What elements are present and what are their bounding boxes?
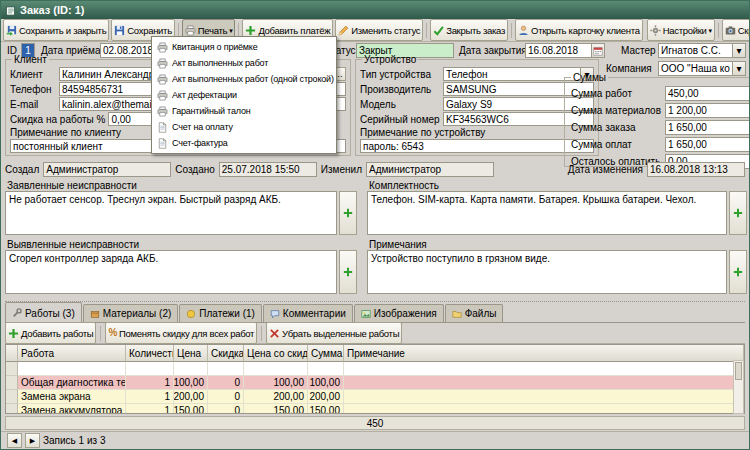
tab-payments[interactable]: Платежи (1) (179, 304, 262, 322)
cell-work[interactable]: Общая диагностика телефона (18, 376, 126, 390)
column-header-sum[interactable]: Сумма (308, 345, 344, 362)
form-area: ID Дата приёма Статус Дата закрытия Маст… (1, 42, 749, 432)
cell-price-disc[interactable]: 100,00 (244, 376, 308, 390)
cell-work[interactable]: Замена аккумулятора (18, 404, 126, 414)
cell-qty[interactable]: 1 (126, 390, 174, 404)
device-model-label: Модель (360, 99, 440, 110)
add-note-button[interactable] (729, 250, 747, 294)
filter-cell[interactable] (208, 362, 244, 376)
cell-price[interactable]: 100,00 (174, 376, 208, 390)
filter-cell[interactable] (308, 362, 344, 376)
grid-vscrollbar[interactable] (733, 360, 744, 414)
open-client-card-button[interactable]: Открыть карточку клиента (515, 19, 643, 41)
cell-price[interactable]: 150,00 (174, 404, 208, 414)
change-status-button[interactable]: Изменить статус (335, 19, 423, 41)
cell-discount[interactable]: 0 (208, 404, 244, 414)
tab-images[interactable]: Изображения (354, 304, 444, 322)
completeness-text[interactable]: Телефон. SIM-карта. Карта памяти. Батаре… (367, 191, 727, 235)
add-works-button[interactable]: Добавить работы (5, 322, 96, 344)
cell-discount[interactable]: 0 (208, 390, 244, 404)
folder-icon (452, 309, 462, 319)
column-header-price[interactable]: Цена (174, 345, 208, 362)
settings-label: Настройки (663, 25, 707, 36)
plus-icon (245, 25, 256, 36)
filter-cell[interactable] (244, 362, 308, 376)
menu-item-acceptance-receipt[interactable]: Квитанция о приёмке (152, 39, 336, 55)
row-selector[interactable] (6, 390, 18, 404)
save-close-button[interactable]: Сохранить и закрыть (3, 19, 109, 41)
person-icon (518, 25, 529, 36)
save-close-icon (6, 25, 17, 36)
close-order-button[interactable]: Закрыть заказ (430, 19, 508, 41)
menu-item-payment-invoice[interactable]: Счет на оплату (152, 119, 336, 135)
filter-cell[interactable] (344, 362, 744, 376)
row-selector[interactable] (6, 404, 18, 414)
percent-icon: % (108, 328, 117, 338)
cell-note[interactable] (344, 404, 744, 414)
splitter[interactable] (5, 301, 745, 302)
menu-item-label: Счет-фактура (172, 138, 228, 148)
remove-works-button[interactable]: Убрать выделенные работы (266, 322, 402, 344)
tab-works[interactable]: Работы (3) (5, 302, 82, 323)
cell-sum[interactable]: 100,00 (308, 376, 344, 390)
cell-price-disc[interactable]: 150,00 (244, 404, 308, 414)
cell-price[interactable]: 200,00 (174, 390, 208, 404)
screenshot-button[interactable]: Скриншот ▾ (722, 19, 749, 41)
nav-next-button[interactable]: ▶ (25, 433, 40, 448)
cell-discount[interactable]: 0 (208, 376, 244, 390)
declared-faults-text[interactable]: Не работает сенсор. Треснул экран. Быстр… (5, 191, 337, 235)
column-header-price-disc[interactable]: Цена со скидкой (244, 345, 308, 362)
grid-filter-row[interactable] (6, 362, 744, 376)
master-field[interactable]: ▾ (658, 43, 746, 58)
device-type-input[interactable] (443, 67, 580, 81)
filter-cell[interactable] (18, 362, 126, 376)
chevron-down-icon[interactable]: ▾ (732, 43, 746, 58)
tab-comments[interactable]: Комментарии (263, 304, 353, 322)
master-input[interactable] (658, 43, 732, 58)
scrollbar-thumb[interactable] (735, 362, 742, 380)
column-header-discount[interactable]: Скидка % (208, 345, 244, 362)
column-header-note[interactable]: Примечание (344, 345, 744, 362)
device-note-field[interactable] (360, 139, 594, 153)
window-icon (5, 5, 16, 16)
nav-prev-button[interactable]: ◀ (7, 433, 22, 448)
gear-icon (650, 25, 661, 36)
printer-icon (157, 58, 168, 69)
filter-cell[interactable] (126, 362, 174, 376)
cell-qty[interactable]: 1 (126, 404, 174, 414)
menu-item-completed-works-act-oneline[interactable]: Акт выполненных работ (одной строкой) (152, 71, 336, 87)
table-row[interactable]: Общая диагностика телефона 1 100,00 0 10… (6, 376, 744, 390)
filter-cell[interactable] (174, 362, 208, 376)
table-row[interactable]: Замена аккумулятора 1 150,00 0 150,00 15… (6, 404, 744, 414)
declared-faults-box: Не работает сенсор. Треснул экран. Быстр… (5, 191, 357, 235)
table-row[interactable]: Замена экрана 1 200,00 0 200,00 200,00 (6, 390, 744, 404)
menu-item-defect-act[interactable]: Акт дефектации (152, 87, 336, 103)
change-discount-button[interactable]: % Поменять скидку для всех работ (105, 322, 257, 344)
cell-note[interactable] (344, 390, 744, 404)
tab-payments-label: Платежи (1) (199, 308, 255, 319)
cell-sum[interactable]: 200,00 (308, 390, 344, 404)
notes-text[interactable]: Устройство поступило в грязном виде. (367, 250, 727, 294)
printer-icon (157, 106, 168, 117)
sum-paid-label: Сумма оплат (571, 139, 661, 150)
settings-button[interactable]: Настройки ▾ (647, 19, 715, 41)
identified-faults-text[interactable]: Сгорел контроллер заряда АКБ. (5, 250, 337, 294)
menu-item-warranty-card[interactable]: Гарантийный талон (152, 103, 336, 119)
cell-note[interactable] (344, 376, 744, 390)
menu-item-invoice-factura[interactable]: Счет-фактура (152, 135, 336, 151)
cell-sum[interactable]: 150,00 (308, 404, 344, 414)
box-icon (90, 309, 100, 319)
column-header-work[interactable]: Работа (18, 345, 126, 362)
cell-price-disc[interactable]: 200,00 (244, 390, 308, 404)
tab-files[interactable]: Файлы (445, 304, 504, 322)
menu-item-completed-works-act[interactable]: Акт выполненных работ (152, 55, 336, 71)
add-completeness-button[interactable] (729, 191, 747, 235)
cell-qty[interactable]: 1 (126, 376, 174, 390)
add-identified-fault-button[interactable] (339, 250, 357, 294)
menu-item-label: Акт выполненных работ (одной строкой) (172, 74, 334, 84)
row-selector[interactable] (6, 376, 18, 390)
cell-work[interactable]: Замена экрана (18, 390, 126, 404)
column-header-qty[interactable]: Количество (126, 345, 174, 362)
tab-materials[interactable]: Материалы (2) (83, 304, 179, 322)
add-declared-fault-button[interactable] (339, 191, 357, 235)
